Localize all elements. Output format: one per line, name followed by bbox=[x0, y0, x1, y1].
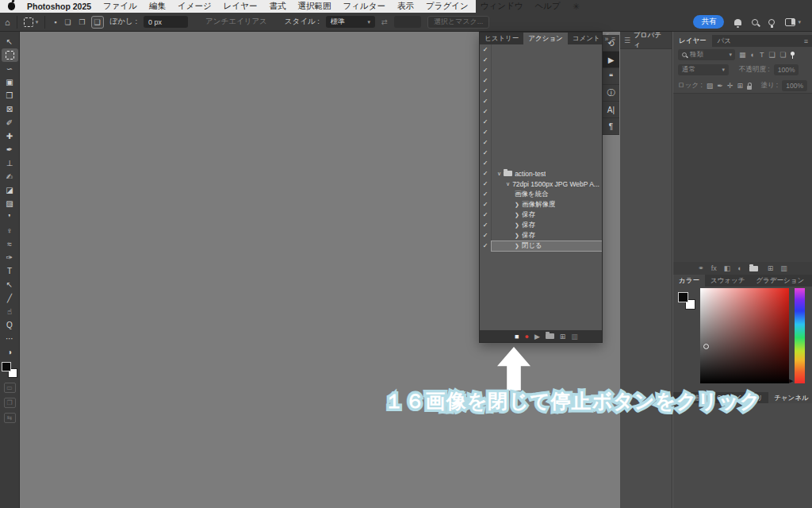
stop-button[interactable]: ■ bbox=[515, 333, 519, 341]
overflow-icon[interactable]: » bbox=[605, 35, 609, 43]
crop-tool[interactable]: ❒ bbox=[2, 89, 18, 102]
apple-icon[interactable] bbox=[8, 2, 15, 10]
tool-preset-picker[interactable]: ▾ bbox=[24, 17, 39, 27]
toggle-item-check-icon[interactable]: ✓ bbox=[480, 106, 492, 117]
action-row[interactable]: ✓ bbox=[480, 96, 602, 106]
comments-panel-icon[interactable]: ❝ bbox=[603, 68, 619, 85]
link-layers-icon[interactable]: ⚭ bbox=[698, 264, 704, 272]
opacity-value[interactable]: 100% bbox=[774, 64, 799, 75]
hand-tool[interactable]: ☝ bbox=[2, 305, 18, 318]
lightbulb-icon[interactable] bbox=[768, 19, 775, 25]
eyedropper-tool[interactable]: ✐ bbox=[2, 116, 18, 129]
record-button[interactable]: ● bbox=[524, 333, 528, 341]
tab-パス[interactable]: パス bbox=[712, 35, 737, 47]
collapse-icon[interactable]: ∨ bbox=[497, 171, 501, 177]
adjustment-layer-icon[interactable]: ◐ bbox=[737, 264, 741, 272]
expand-icon[interactable]: ❯ bbox=[515, 233, 519, 239]
toggle-item-check-icon[interactable]: ✓ bbox=[480, 86, 492, 96]
action-row[interactable]: ✓❯保存 bbox=[480, 220, 602, 230]
color-panel-swatches[interactable] bbox=[678, 292, 695, 310]
adjustment-layer-filter-icon[interactable]: ◐ bbox=[751, 51, 755, 59]
action-row[interactable]: ✓ bbox=[480, 127, 602, 137]
delete-action-button[interactable]: ▥ bbox=[571, 333, 578, 341]
action-row[interactable]: ✓ bbox=[480, 55, 602, 65]
foreground-background-swatches[interactable] bbox=[2, 362, 17, 378]
toggle-item-check-icon[interactable]: ✓ bbox=[480, 75, 492, 86]
delete-layer-icon[interactable]: ▥ bbox=[780, 264, 787, 272]
toggle-item-check-icon[interactable]: ✓ bbox=[480, 210, 492, 220]
tab-スウォッチ[interactable]: スウォッチ bbox=[705, 275, 751, 287]
workspace-switch-button[interactable]: ❐ bbox=[4, 398, 16, 408]
lock-transparency-icon[interactable]: ▨ bbox=[707, 82, 714, 90]
menu-item-ファイル[interactable]: ファイル bbox=[103, 1, 137, 12]
expand-icon[interactable]: ❯ bbox=[515, 212, 519, 218]
new-selection-icon[interactable]: ▪ bbox=[52, 17, 59, 28]
add-selection-icon[interactable]: ❏ bbox=[62, 17, 73, 28]
action-row[interactable]: ✓ bbox=[480, 65, 602, 75]
action-row[interactable]: ✓❯画像解像度 bbox=[480, 199, 602, 210]
share-document-button[interactable]: ⇆ bbox=[4, 413, 16, 423]
layers-list[interactable] bbox=[673, 93, 812, 262]
hue-slider[interactable] bbox=[795, 288, 805, 383]
lock-all-icon[interactable] bbox=[747, 86, 752, 90]
status-bar-icon[interactable]: ✳ bbox=[573, 2, 580, 12]
pixel-layer-filter-icon[interactable]: ▦ bbox=[739, 51, 746, 59]
tab-グラデーション[interactable]: グラデーション bbox=[750, 275, 810, 287]
action-row[interactable]: ✓❯保存 bbox=[480, 230, 602, 241]
pen-tool[interactable]: ✑ bbox=[2, 251, 18, 264]
tab-カラー[interactable]: カラー bbox=[673, 275, 705, 287]
toggle-item-check-icon[interactable]: ✓ bbox=[480, 158, 492, 168]
bell-icon[interactable] bbox=[734, 19, 741, 25]
panel-menu-icon[interactable]: ≡ bbox=[611, 35, 615, 43]
toggle-item-check-icon[interactable]: ✓ bbox=[480, 65, 492, 75]
hue-slider-marker[interactable]: ▶ bbox=[789, 378, 793, 384]
search-icon[interactable] bbox=[752, 19, 758, 25]
menu-item-ヘルプ[interactable]: ヘルプ bbox=[535, 1, 561, 12]
menu-item-レイヤー[interactable]: レイヤー bbox=[224, 1, 258, 12]
edit-toolbar-icon[interactable]: ⋯ bbox=[2, 332, 18, 345]
tab-menu-icon[interactable]: ≡ bbox=[804, 35, 812, 47]
new-set-button[interactable] bbox=[546, 333, 554, 339]
intersect-selection-icon[interactable]: ❑ bbox=[91, 16, 104, 29]
toggle-item-check-icon[interactable]: ✓ bbox=[480, 168, 492, 179]
action-row[interactable]: ✓画像を統合 bbox=[480, 189, 602, 199]
select-and-mask-button[interactable]: 選択とマスク... bbox=[427, 16, 489, 29]
toggle-item-check-icon[interactable]: ✓ bbox=[480, 44, 492, 55]
action-row[interactable]: ✓∨72dpi 1500px JPG WebP A... bbox=[480, 179, 602, 189]
lock-paint-icon[interactable]: ✒ bbox=[717, 82, 723, 90]
swap-dimensions-icon[interactable]: ⇄ bbox=[381, 17, 388, 26]
clone-stamp-tool[interactable]: ⊥ bbox=[2, 156, 18, 170]
action-row[interactable]: ✓ bbox=[480, 158, 602, 168]
menu-item-イメージ[interactable]: イメージ bbox=[178, 1, 212, 12]
action-row[interactable]: ✓ bbox=[480, 75, 602, 86]
menu-item-選択範囲[interactable]: 選択範囲 bbox=[298, 1, 331, 12]
tab-チャンネル[interactable]: チャンネル bbox=[768, 392, 812, 404]
actions-tab-コメント[interactable]: コメント bbox=[568, 33, 605, 44]
fill-value[interactable]: 100% bbox=[782, 80, 807, 91]
width-field[interactable] bbox=[394, 16, 421, 28]
character-panel-icon[interactable]: A| bbox=[603, 102, 619, 118]
menu-item-app[interactable]: Photoshop 2025 bbox=[27, 2, 91, 11]
home-icon[interactable]: ⌂ bbox=[5, 17, 10, 27]
toggle-item-check-icon[interactable]: ✓ bbox=[480, 179, 492, 189]
toggle-item-check-icon[interactable]: ✓ bbox=[480, 148, 492, 158]
action-row[interactable]: ✓ bbox=[480, 44, 602, 55]
paragraph-panel-icon[interactable]: ¶ bbox=[603, 118, 619, 135]
style-select[interactable]: 標準▾ bbox=[326, 16, 375, 28]
tab-レイヤー[interactable]: レイヤー bbox=[673, 35, 712, 47]
menu-item-編集[interactable]: 編集 bbox=[149, 1, 166, 12]
lock-position-icon[interactable]: ✛ bbox=[727, 82, 733, 90]
filter-pin-icon[interactable] bbox=[791, 52, 795, 56]
layer-search-box[interactable]: 種類 ▾ bbox=[678, 49, 735, 60]
action-row[interactable]: ✓❯保存 bbox=[480, 210, 602, 220]
blur-tool[interactable]: ❜ bbox=[2, 210, 18, 224]
line-tool[interactable]: ╱ bbox=[2, 291, 18, 305]
action-row[interactable]: ✓∨action-test bbox=[480, 168, 602, 179]
layer-group-icon[interactable] bbox=[749, 266, 760, 271]
menu-item-表示[interactable]: 表示 bbox=[397, 1, 414, 12]
action-row[interactable]: ✓ bbox=[480, 148, 602, 158]
menu-item-ウィンドウ[interactable]: ウィンドウ bbox=[481, 1, 523, 12]
saturation-brightness-field[interactable] bbox=[700, 288, 789, 383]
change-screen-mode-button[interactable]: ▭ bbox=[4, 383, 16, 393]
color-cursor[interactable] bbox=[703, 344, 709, 349]
